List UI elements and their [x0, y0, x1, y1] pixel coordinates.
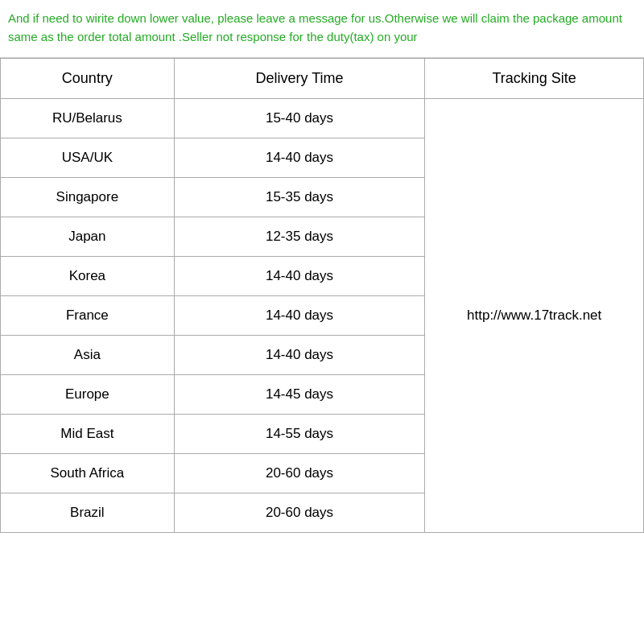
cell-delivery: 20-60 days	[174, 493, 425, 533]
cell-delivery: 14-45 days	[174, 375, 425, 415]
cell-delivery: 14-40 days	[174, 257, 425, 296]
table-header-row: Country Delivery Time Tracking Site	[1, 59, 644, 99]
cell-delivery: 20-60 days	[174, 454, 425, 493]
cell-country: Japan	[1, 217, 175, 257]
cell-tracking[interactable]: http://www.17track.net	[425, 99, 644, 533]
header-delivery: Delivery Time	[174, 59, 425, 99]
cell-country: Mid East	[1, 415, 175, 454]
notice-text: And if need to wirite down lower value, …	[0, 0, 644, 58]
cell-country: Brazil	[1, 493, 175, 533]
cell-country: USA/UK	[1, 138, 175, 178]
table-row: RU/Belarus15-40 dayshttp://www.17track.n…	[1, 99, 644, 138]
cell-country: South Africa	[1, 454, 175, 493]
cell-country: Singapore	[1, 178, 175, 217]
shipping-table-container: Country Delivery Time Tracking Site RU/B…	[0, 58, 644, 533]
cell-country: Asia	[1, 336, 175, 375]
cell-delivery: 14-55 days	[174, 415, 425, 454]
cell-country: Korea	[1, 257, 175, 296]
cell-delivery: 14-40 days	[174, 336, 425, 375]
cell-country: RU/Belarus	[1, 99, 175, 138]
cell-delivery: 15-40 days	[174, 99, 425, 138]
cell-country: France	[1, 296, 175, 336]
cell-delivery: 12-35 days	[174, 217, 425, 257]
header-country: Country	[1, 59, 175, 99]
cell-country: Europe	[1, 375, 175, 415]
shipping-table: Country Delivery Time Tracking Site RU/B…	[0, 58, 644, 533]
header-tracking: Tracking Site	[425, 59, 644, 99]
cell-delivery: 14-40 days	[174, 138, 425, 178]
notice-section: And if need to wirite down lower value, …	[0, 0, 644, 58]
cell-delivery: 14-40 days	[174, 296, 425, 336]
cell-delivery: 15-35 days	[174, 178, 425, 217]
